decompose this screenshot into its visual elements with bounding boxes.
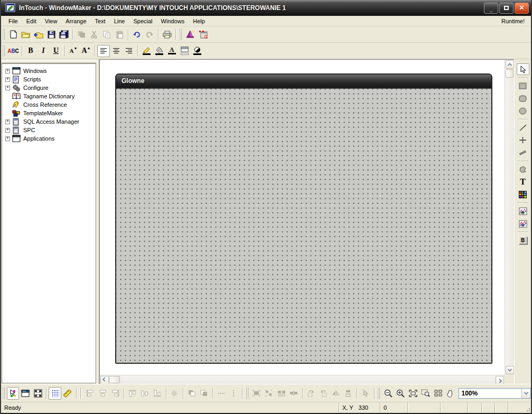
- bold-icon[interactable]: B: [24, 45, 37, 57]
- scroll-right-icon[interactable]: [496, 376, 504, 384]
- menu-text[interactable]: Text: [91, 17, 110, 25]
- button-icon[interactable]: B: [517, 234, 529, 246]
- align-center-icon[interactable]: [110, 45, 123, 57]
- sidebar-item-windows[interactable]: + Windows: [2, 67, 96, 75]
- vertical-scroll-thumb[interactable]: [506, 69, 514, 78]
- polygon-icon[interactable]: [517, 163, 529, 175]
- toolbar-gripper[interactable]: [377, 388, 380, 399]
- wizard-icon[interactable]: [184, 29, 197, 41]
- horizontal-scroll-thumb[interactable]: [109, 376, 120, 383]
- pan-icon[interactable]: [444, 387, 457, 400]
- expand-icon[interactable]: +: [5, 69, 10, 73]
- text-color-icon[interactable]: A: [165, 45, 178, 57]
- toolbar-gripper[interactable]: [246, 388, 248, 399]
- expand-icon[interactable]: +: [5, 77, 10, 82]
- fill-color-icon[interactable]: [153, 45, 165, 57]
- underline-icon[interactable]: U: [50, 45, 62, 57]
- sidebar-item-cross-reference[interactable]: Cross Reference: [2, 100, 96, 109]
- sidebar-item-tagname-dictionary[interactable]: Tagname Dictionary: [2, 92, 96, 100]
- zoom-selection-icon[interactable]: [419, 387, 432, 400]
- menu-arrange[interactable]: Arrange: [61, 17, 90, 25]
- toolbar-gripper[interactable]: [2, 29, 5, 40]
- minimize-icon[interactable]: _: [484, 3, 498, 14]
- scroll-left-icon[interactable]: [100, 376, 109, 384]
- save-icon[interactable]: [45, 29, 58, 41]
- status-xy-panel: X, Y 330: [339, 402, 380, 413]
- selector-icon[interactable]: [517, 63, 529, 75]
- zoom-combobox[interactable]: 100%: [459, 388, 530, 399]
- zoom-in-icon[interactable]: [395, 387, 407, 400]
- tile-windows-icon[interactable]: [432, 387, 444, 400]
- font-icon[interactable]: ABC: [7, 45, 20, 57]
- undo-icon[interactable]: [130, 29, 143, 41]
- scroll-up-icon[interactable]: [506, 60, 514, 69]
- print-icon[interactable]: [161, 29, 173, 41]
- toolbar-gripper[interactable]: [2, 388, 5, 399]
- rounded-rectangle-icon[interactable]: [517, 93, 529, 104]
- sidebar-item-label: SPC: [23, 127, 35, 133]
- maximize-icon[interactable]: [499, 3, 514, 14]
- zoom-out-icon[interactable]: [382, 387, 395, 400]
- fit-window-icon[interactable]: [407, 387, 419, 400]
- window-color-icon[interactable]: [178, 45, 191, 57]
- menu-file[interactable]: File: [4, 17, 22, 25]
- toolbar-gripper[interactable]: [179, 29, 182, 40]
- activex-icon[interactable]: [197, 29, 209, 41]
- menu-special[interactable]: Special: [129, 17, 156, 25]
- expand-icon[interactable]: +: [5, 86, 10, 90]
- real-time-trend-icon[interactable]: R: [517, 205, 529, 217]
- text-icon[interactable]: T: [517, 176, 529, 188]
- align-left-icon[interactable]: [97, 45, 110, 57]
- vertical-scrollbar[interactable]: [505, 60, 514, 375]
- save-all-icon[interactable]: [58, 29, 70, 41]
- new-icon[interactable]: [7, 29, 20, 41]
- align-right-icon[interactable]: [123, 45, 135, 57]
- menu-windows[interactable]: Windows: [157, 17, 189, 25]
- toolbar-gripper[interactable]: [80, 388, 82, 399]
- italic-icon[interactable]: I: [37, 45, 50, 57]
- reduce-font-icon[interactable]: A▼: [67, 45, 80, 57]
- toolbar-gripper[interactable]: [2, 45, 5, 57]
- designer-window-grid[interactable]: [116, 88, 491, 363]
- designer-window-titlebar[interactable]: Glowne: [116, 75, 491, 88]
- ellipse-icon[interactable]: [517, 105, 529, 117]
- historical-trend-icon[interactable]: H: [517, 218, 529, 229]
- sidebar-item-templatemaker[interactable]: TemplateMaker: [2, 109, 96, 117]
- enlarge-font-icon[interactable]: A▲: [80, 45, 92, 57]
- full-screen-icon[interactable]: [32, 387, 44, 400]
- menu-help[interactable]: Help: [189, 17, 209, 25]
- bitmap-icon[interactable]: [517, 189, 529, 200]
- close-window-icon[interactable]: [32, 29, 45, 41]
- chevron-down-icon[interactable]: [521, 389, 530, 398]
- horizontal-scrollbar[interactable]: [100, 375, 505, 384]
- line-color-icon[interactable]: [140, 45, 153, 57]
- scroll-down-icon[interactable]: [506, 366, 514, 374]
- line-icon[interactable]: [517, 122, 529, 133]
- sidebar-item-sql-access-manager[interactable]: + SQL Access Manager: [2, 117, 96, 126]
- sidebar-item-spc[interactable]: + SPC: [2, 126, 96, 134]
- window-view-icon[interactable]: [19, 387, 32, 400]
- polyline-icon[interactable]: [517, 147, 529, 159]
- transparent-color-icon[interactable]: [191, 45, 203, 57]
- grid-icon[interactable]: [49, 387, 61, 400]
- sidebar-item-scripts[interactable]: + Scripts: [2, 75, 96, 84]
- hv-line-icon[interactable]: [517, 134, 529, 146]
- sidebar-item-configure[interactable]: + Configure: [2, 84, 96, 92]
- runtime-button[interactable]: Runtime!: [498, 17, 528, 25]
- designer-window[interactable]: Glowne: [115, 73, 492, 364]
- expand-icon[interactable]: +: [5, 119, 10, 124]
- sidebar-item-applications[interactable]: + Applications: [2, 134, 96, 143]
- menu-edit[interactable]: Edit: [22, 17, 41, 25]
- menu-line[interactable]: Line: [110, 17, 129, 25]
- expand-icon[interactable]: +: [5, 136, 10, 141]
- close-icon[interactable]: ✕: [515, 3, 529, 14]
- expand-icon[interactable]: +: [5, 128, 10, 133]
- design-canvas[interactable]: Glowne: [100, 60, 505, 375]
- ruler-icon[interactable]: [61, 387, 74, 400]
- wizard-select-icon[interactable]: [7, 387, 20, 400]
- menu-view[interactable]: View: [41, 17, 62, 25]
- resize-grip[interactable]: [524, 402, 531, 413]
- open-icon[interactable]: [20, 29, 32, 41]
- panel-gripper[interactable]: [2, 60, 96, 63]
- rectangle-icon[interactable]: [517, 80, 529, 91]
